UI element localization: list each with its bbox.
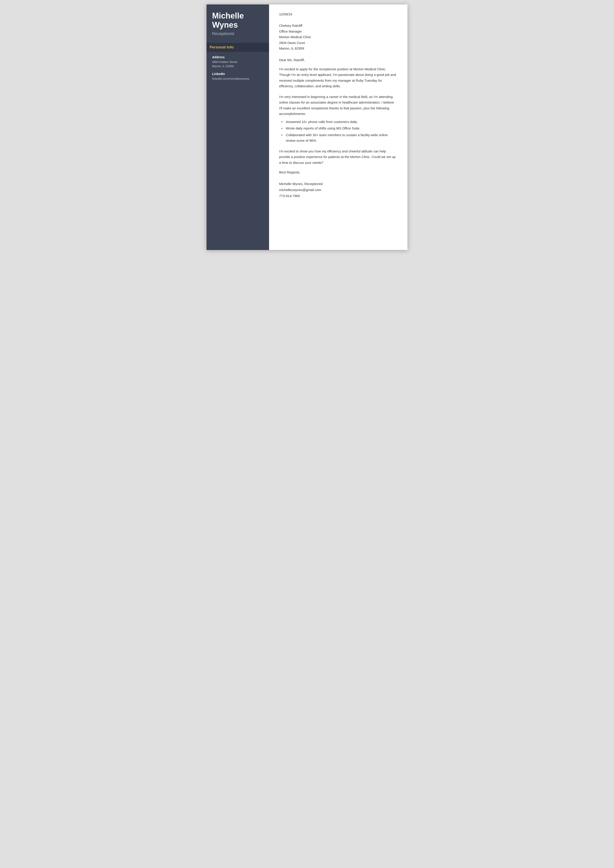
address-value: 4884 Holden Street Marion, IL 62959 [212, 60, 264, 68]
bullet-item-3: Collaborated with 30+ team members to su… [281, 132, 397, 144]
recipient-address1: 2804 Davis Court [279, 40, 397, 46]
paragraph-1: I'm excited to apply for the receptionis… [279, 66, 397, 89]
sig-name: Michelle Wynes, Receptionist [279, 181, 397, 187]
recipient-block: Chelsey Ratcliff Office Manager Morton M… [279, 23, 397, 51]
bullet-list: Answered 10+ phone calls from customers … [281, 119, 397, 144]
signature-block: Michelle Wynes, Receptionist michellezwy… [279, 181, 397, 199]
document: Michelle Wynes Receptionist Personal Inf… [206, 5, 408, 250]
recipient-title: Office Manager [279, 29, 397, 34]
bullet-item-2: Wrote daily reports of shifts using MS O… [281, 126, 397, 131]
applicant-title: Receptionist [212, 31, 264, 36]
letter-greeting: Dear Ms. Ratcliff, [279, 58, 397, 62]
letter-date: 12/09/19 [279, 12, 397, 16]
linkedin-label: LinkedIn [212, 72, 264, 76]
sig-email: michellezwynes@gmail.com [279, 187, 397, 193]
paragraph-3: I'm excited to show you how my efficienc… [279, 149, 397, 166]
main-content: 12/09/19 Chelsey Ratcliff Office Manager… [269, 5, 408, 250]
sidebar: Michelle Wynes Receptionist Personal Inf… [206, 5, 269, 250]
applicant-name: Michelle Wynes [212, 11, 264, 30]
paragraph-2: I'm very interested in beginning a caree… [279, 94, 397, 144]
linkedin-value: linkedin.com/michellezwynes [212, 77, 264, 81]
bullet-item-1: Answered 10+ phone calls from customers … [281, 119, 397, 125]
recipient-address2: Marion, IL 62959 [279, 45, 397, 51]
recipient-company: Morton Medical Clinic [279, 34, 397, 40]
address-label: Address [212, 55, 264, 59]
personal-info-header: Personal Info [206, 43, 269, 52]
sig-phone: 773-914-7965 [279, 193, 397, 199]
recipient-name: Chelsey Ratcliff [279, 23, 397, 29]
letter-closing: Best Regards, [279, 170, 397, 174]
paragraph-2-intro: I'm very interested in beginning a caree… [279, 95, 394, 116]
